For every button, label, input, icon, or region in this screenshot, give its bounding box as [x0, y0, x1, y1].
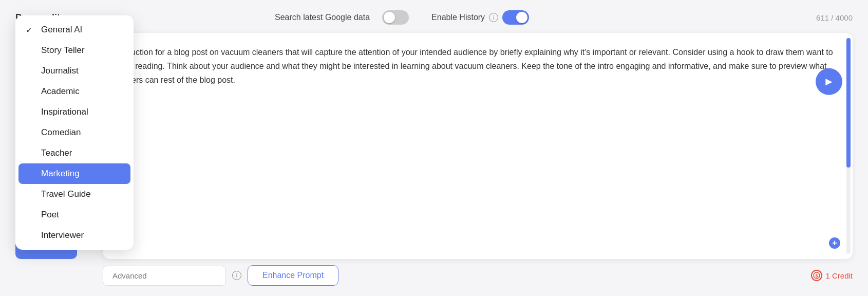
- text-area-container[interactable]: Instruction for a blog post on vacuum cl…: [103, 33, 853, 259]
- enable-history-toggle[interactable]: [502, 10, 529, 25]
- content-row: Instructioaudiencedraw in yoin learninre…: [15, 33, 853, 259]
- search-toggle-thumb: [384, 12, 395, 23]
- dropdown-item-story-teller[interactable]: Story Teller: [15, 40, 134, 61]
- dropdown-item-interviewer[interactable]: Interviewer: [15, 225, 134, 246]
- personality-dropdown: ✓ General AI Story Teller Journalist Aca…: [15, 15, 134, 250]
- dropdown-label-travel-guide: Travel Guide: [41, 189, 91, 199]
- main-text-content: Instruction for a blog post on vacuum cl…: [115, 45, 840, 87]
- send-icon: ►: [823, 75, 835, 88]
- char-count: 611 / 4000: [816, 13, 853, 22]
- dropdown-item-comedian[interactable]: Comedian: [15, 122, 134, 143]
- search-google-toggle[interactable]: [382, 10, 409, 25]
- header-row: Personality Search latest Google data En…: [15, 10, 853, 25]
- plus-icon[interactable]: +: [829, 237, 840, 249]
- enable-history-label: Enable History: [431, 13, 485, 22]
- dropdown-label-journalist: Journalist: [41, 66, 79, 76]
- dropdown-item-travel-guide[interactable]: Travel Guide: [15, 184, 134, 205]
- dropdown-item-journalist[interactable]: Journalist: [15, 61, 134, 81]
- dropdown-label-interviewer: Interviewer: [41, 230, 84, 240]
- history-toggle-thumb: [516, 12, 527, 23]
- dropdown-label-marketing: Marketing: [41, 169, 80, 179]
- enable-history-section: Enable History i: [431, 10, 529, 25]
- dropdown-label-story-teller: Story Teller: [41, 45, 85, 55]
- dropdown-item-teacher[interactable]: Teacher: [15, 143, 134, 163]
- enable-history-info-icon[interactable]: i: [489, 13, 498, 22]
- advanced-input[interactable]: [103, 266, 226, 286]
- scrollbar-thumb[interactable]: [846, 38, 851, 168]
- dropdown-label-poet: Poet: [41, 210, 59, 220]
- search-toggle-track[interactable]: [382, 10, 409, 25]
- scrollbar[interactable]: [846, 38, 851, 254]
- bottom-bar: i Enhance Prompt $ 1 Credit: [15, 265, 853, 286]
- search-google-label: Search latest Google data: [275, 13, 370, 22]
- svg-text:$: $: [816, 273, 818, 279]
- dropdown-label-general-ai: General AI: [41, 25, 82, 35]
- main-container: Personality Search latest Google data En…: [0, 0, 868, 296]
- credit-icon: $: [811, 270, 822, 281]
- dropdown-item-general-ai[interactable]: ✓ General AI: [15, 20, 134, 40]
- check-mark-general-ai: ✓: [26, 25, 36, 35]
- dropdown-label-teacher: Teacher: [41, 148, 72, 158]
- credit-section: $ 1 Credit: [811, 270, 853, 281]
- dropdown-item-marketing[interactable]: Marketing: [18, 163, 130, 184]
- dropdown-label-inspirational: Inspirational: [41, 107, 88, 117]
- dropdown-item-inspirational[interactable]: Inspirational: [15, 102, 134, 122]
- dropdown-item-poet[interactable]: Poet: [15, 205, 134, 225]
- dropdown-item-academic[interactable]: Academic: [15, 81, 134, 102]
- dropdown-label-comedian: Comedian: [41, 127, 81, 138]
- send-button[interactable]: ►: [816, 68, 842, 95]
- dropdown-label-academic: Academic: [41, 86, 80, 97]
- credit-label: 1 Credit: [825, 271, 853, 280]
- advanced-info-icon[interactable]: i: [232, 271, 241, 280]
- history-toggle-track[interactable]: [502, 10, 529, 25]
- enhance-prompt-button[interactable]: Enhance Prompt: [248, 265, 338, 286]
